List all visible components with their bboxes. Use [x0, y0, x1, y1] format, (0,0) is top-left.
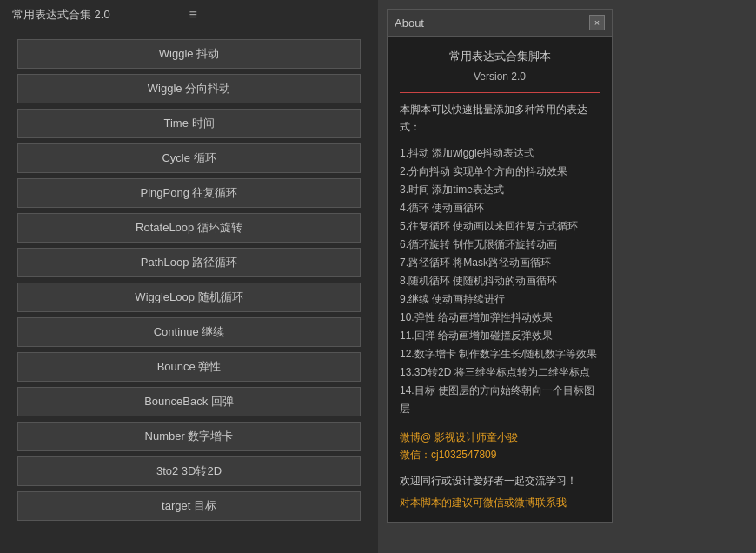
feature-item: 1.抖动 添加wiggle抖动表达式	[400, 144, 600, 163]
feature-item: 2.分向抖动 实现单个方向的抖动效果	[400, 163, 600, 181]
about-window: About × 常用表达式合集脚本 Version 2.0 本脚本可以快速批量添…	[387, 9, 613, 523]
about-content: 常用表达式合集脚本 Version 2.0 本脚本可以快速批量添加多种常用的表达…	[388, 37, 612, 522]
button-3to2[interactable]: 3to2 3D转2D	[17, 456, 361, 486]
feature-item: 8.随机循环 使随机抖动的动画循环	[400, 272, 600, 290]
button-bounce[interactable]: Bounce 弹性	[17, 352, 361, 382]
button-bounceback[interactable]: BounceBack 回弹	[17, 387, 361, 416]
menu-icon[interactable]: ≡	[189, 7, 367, 23]
button-wiggle-dir[interactable]: Wiggle 分向抖动	[17, 74, 361, 103]
about-content-title: 常用表达式合集脚本	[400, 47, 600, 66]
left-panel: 常用表达式合集 2.0 ≡ Wiggle 抖动Wiggle 分向抖动Time 时…	[0, 0, 378, 553]
feature-item: 6.循环旋转 制作无限循环旋转动画	[400, 236, 600, 254]
button-continue[interactable]: Continue 继续	[17, 317, 361, 347]
about-close-button[interactable]: ×	[589, 15, 605, 30]
button-wiggle[interactable]: Wiggle 抖动	[17, 39, 361, 69]
feature-item: 10.弹性 给动画增加弹性抖动效果	[400, 309, 600, 327]
feature-item: 14.目标 使图层的方向始终朝向一个目标图层	[400, 382, 600, 418]
about-suggestion: 对本脚本的建议可微信或微博联系我	[400, 495, 600, 511]
button-number[interactable]: Number 数字增卡	[17, 422, 361, 451]
button-time[interactable]: Time 时间	[17, 109, 361, 138]
right-panel: About × 常用表达式合集脚本 Version 2.0 本脚本可以快速批量添…	[378, 0, 756, 553]
contact-weibo: 微博@ 影视设计师童小骏	[400, 429, 600, 446]
feature-item: 12.数字增卡 制作数字生长/随机数字等效果	[400, 345, 600, 363]
feature-item: 11.回弹 给动画增加碰撞反弹效果	[400, 327, 600, 345]
about-version: Version 2.0	[400, 68, 600, 85]
feature-item: 13.3D转2D 将三维坐标点转为二维坐标点	[400, 363, 600, 382]
button-wiggleloop[interactable]: WiggleLoop 随机循环	[17, 283, 361, 312]
about-title: About	[395, 17, 589, 30]
panel-title: 常用表达式合集 2.0	[12, 7, 189, 23]
button-pathloop[interactable]: PathLoop 路径循环	[17, 248, 361, 277]
panel-header: 常用表达式合集 2.0 ≡	[0, 0, 378, 30]
feature-item: 4.循环 使动画循环	[400, 199, 600, 217]
contact-wechat: 微信：cj1032547809	[400, 446, 600, 463]
feature-item: 9.继续 使动画持续进行	[400, 290, 600, 309]
about-divider	[400, 92, 600, 93]
about-titlebar: About ×	[388, 10, 612, 37]
feature-item: 5.往复循环 使动画以来回往复方式循环	[400, 217, 600, 236]
about-contact: 微博@ 影视设计师童小骏 微信：cj1032547809	[400, 429, 600, 464]
feature-item: 3.时间 添加time表达式	[400, 181, 600, 199]
feature-item: 7.路径循环 将Mask路径动画循环	[400, 254, 600, 272]
about-welcome: 欢迎同行或设计爱好者一起交流学习！	[400, 473, 600, 490]
button-rotateloop[interactable]: RotateLoop 循环旋转	[17, 213, 361, 243]
about-intro: 本脚本可以快速批量添加多种常用的表达式：	[400, 102, 600, 135]
button-pingpong[interactable]: PingPong 往复循环	[17, 178, 361, 208]
buttons-list: Wiggle 抖动Wiggle 分向抖动Time 时间Cycle 循环PingP…	[0, 30, 378, 530]
button-target[interactable]: target 目标	[17, 491, 361, 521]
button-cycle[interactable]: Cycle 循环	[17, 143, 361, 173]
about-features: 1.抖动 添加wiggle抖动表达式2.分向抖动 实现单个方向的抖动效果3.时间…	[400, 144, 600, 418]
